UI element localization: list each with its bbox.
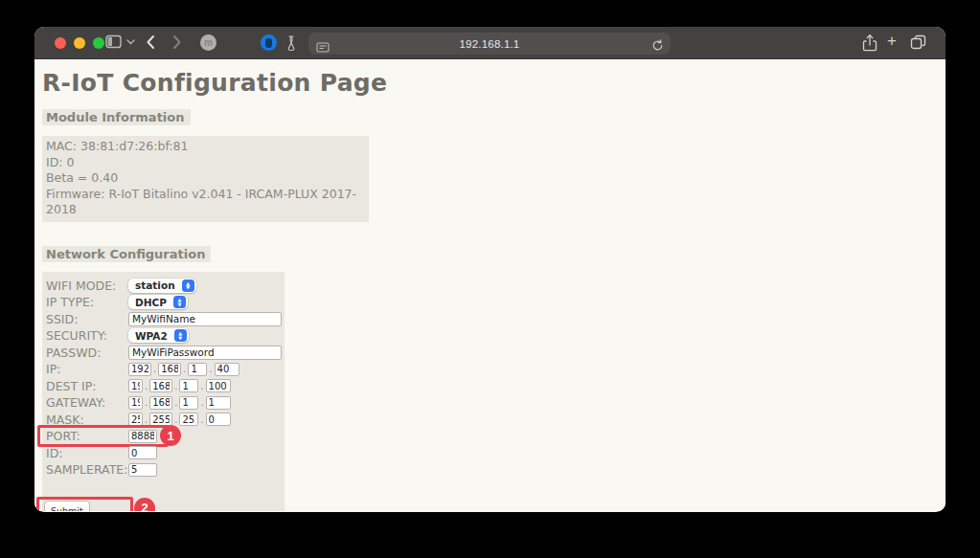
mask-octet-1-input[interactable]	[128, 413, 143, 426]
octet-dot: .	[174, 397, 177, 408]
annotation-badge-2: 2	[134, 498, 155, 512]
gateway-octet-3-input[interactable]	[179, 396, 198, 410]
dest-ip-octet-3-input[interactable]	[179, 379, 198, 392]
minimize-window-button[interactable]	[74, 37, 85, 49]
form-row-passwd: PASSWD:	[46, 345, 285, 362]
octet-dot: .	[183, 364, 186, 374]
extension-blue-icon[interactable]	[261, 34, 277, 51]
security-selected-value: WPA2	[135, 330, 168, 342]
form-row-ip: IP: . . .	[46, 361, 285, 378]
share-icon[interactable]	[862, 33, 877, 53]
module-mac-line: MAC: 38:81:d7:26:bf:81	[46, 139, 365, 155]
ssid-input[interactable]	[128, 312, 282, 326]
octet-dot: .	[174, 414, 177, 425]
form-row-dest-ip: DEST IP: . . .	[46, 378, 285, 395]
samplerate-input[interactable]	[128, 463, 157, 477]
samplerate-label: SAMPLERATE:	[46, 462, 128, 477]
extension-blue-glyph	[265, 38, 272, 48]
webpage-content: R-IoT Configuration Page Module Informat…	[34, 59, 946, 511]
form-row-id: ID:	[46, 445, 285, 462]
module-information-box: MAC: 38:81:d7:26:bf:81 ID: 0 Beta = 0.40…	[42, 136, 369, 222]
page-title: R-IoT Configuration Page	[42, 68, 938, 98]
zoom-window-button[interactable]	[93, 37, 104, 49]
new-tab-icon[interactable]: +	[887, 32, 897, 51]
gateway-octet-1-input[interactable]	[128, 396, 143, 410]
submit-button[interactable]: Submit	[44, 501, 90, 511]
gateway-label: GATEWAY:	[46, 395, 128, 410]
dest-ip-octet-1-input[interactable]	[128, 379, 143, 392]
ip-octet-1-input[interactable]	[128, 363, 151, 376]
url-text: 192.168.1.1	[308, 38, 671, 50]
security-select[interactable]: WPA2 ▲▼	[128, 328, 189, 343]
form-row-security: SECURITY: WPA2 ▲▼	[46, 327, 285, 345]
module-information-heading: Module Information	[42, 109, 191, 125]
reload-icon[interactable]	[651, 37, 664, 56]
mask-octet-4-input[interactable]	[206, 413, 231, 426]
dest-ip-label: DEST IP:	[46, 379, 128, 393]
mask-octet-2-input[interactable]	[149, 413, 172, 426]
form-row-ssid: SSID:	[46, 311, 285, 328]
id-input[interactable]	[128, 446, 157, 459]
passwd-input[interactable]	[128, 346, 282, 360]
passwd-label: PASSWD:	[46, 346, 128, 360]
ip-octet-2-input[interactable]	[158, 363, 181, 376]
wifi-mode-label: WIFI MODE:	[46, 279, 128, 293]
octet-dot: .	[145, 381, 148, 391]
wifi-mode-selected-value: station	[135, 279, 175, 291]
page-format-icon[interactable]	[316, 38, 330, 56]
octet-dot: .	[200, 397, 203, 408]
close-window-button[interactable]	[55, 37, 66, 49]
octet-dot: .	[153, 364, 156, 374]
ip-type-select[interactable]: DHCP ▲▼	[128, 295, 188, 309]
annotation-badge-1: 1	[160, 425, 181, 446]
ssid-label: SSID:	[46, 312, 128, 326]
security-label: SECURITY:	[46, 328, 128, 343]
extension-m-icon[interactable]: m	[200, 34, 217, 51]
octet-dot: .	[200, 414, 203, 425]
select-arrows-icon: ▲▼	[174, 329, 187, 342]
id-label: ID:	[46, 446, 128, 460]
form-row-samplerate: SAMPLERATE:	[46, 461, 285, 479]
module-id-line: ID: 0	[46, 155, 365, 171]
port-input[interactable]	[128, 430, 157, 443]
dest-ip-octet-4-input[interactable]	[206, 379, 231, 392]
port-label: PORT:	[46, 429, 128, 443]
octet-dot: .	[145, 397, 148, 408]
ip-octet-3-input[interactable]	[188, 363, 207, 376]
tab-overview-icon[interactable]	[910, 34, 926, 51]
octet-dot: .	[200, 381, 203, 391]
gateway-octet-2-input[interactable]	[149, 396, 172, 410]
submit-area: Submit 2	[44, 500, 90, 512]
browser-titlebar: m 192.168.1.1	[34, 27, 946, 59]
dest-ip-octet-2-input[interactable]	[149, 379, 172, 392]
network-configuration-heading: Network Configuration	[42, 246, 211, 262]
wifi-mode-select[interactable]: station ▲▼	[128, 279, 196, 293]
mask-label: MASK:	[46, 413, 128, 427]
ip-octet-4-input[interactable]	[215, 363, 239, 376]
form-row-port: PORT: 1	[46, 428, 285, 445]
ip-label: IP:	[46, 362, 128, 376]
forward-button[interactable]	[172, 34, 182, 50]
form-row-ip-type: IP TYPE: DHCP ▲▼	[46, 294, 285, 311]
sidebar-chevron-down-icon[interactable]	[126, 39, 135, 45]
octet-dot: .	[209, 364, 212, 374]
extension-flask-icon[interactable]	[285, 34, 297, 52]
octet-dot: .	[174, 381, 177, 391]
browser-window: m 192.168.1.1	[34, 27, 946, 512]
form-row-mask: MASK: . . .	[46, 412, 285, 429]
mask-octet-3-input[interactable]	[179, 413, 198, 426]
ip-type-selected-value: DHCP	[135, 297, 167, 308]
select-arrows-icon: ▲▼	[182, 279, 194, 292]
form-row-wifi-mode: WIFI MODE: station ▲▼	[46, 278, 285, 295]
sidebar-toggle-icon[interactable]	[105, 34, 122, 49]
gateway-octet-4-input[interactable]	[206, 396, 231, 410]
network-configuration-form: WIFI MODE: station ▲▼ IP TYPE: DHCP ▲▼ S…	[42, 272, 285, 512]
address-bar[interactable]: 192.168.1.1	[308, 33, 671, 55]
ip-type-label: IP TYPE:	[46, 295, 128, 309]
module-firmware-line: Firmware: R-IoT Bitalino v2.041 - IRCAM-…	[46, 187, 365, 218]
form-row-gateway: GATEWAY: . . .	[46, 394, 285, 412]
back-button[interactable]	[146, 34, 155, 50]
select-arrows-icon: ▲▼	[173, 296, 186, 308]
module-beta-line: Beta = 0.40	[46, 170, 365, 187]
octet-dot: .	[145, 414, 148, 425]
